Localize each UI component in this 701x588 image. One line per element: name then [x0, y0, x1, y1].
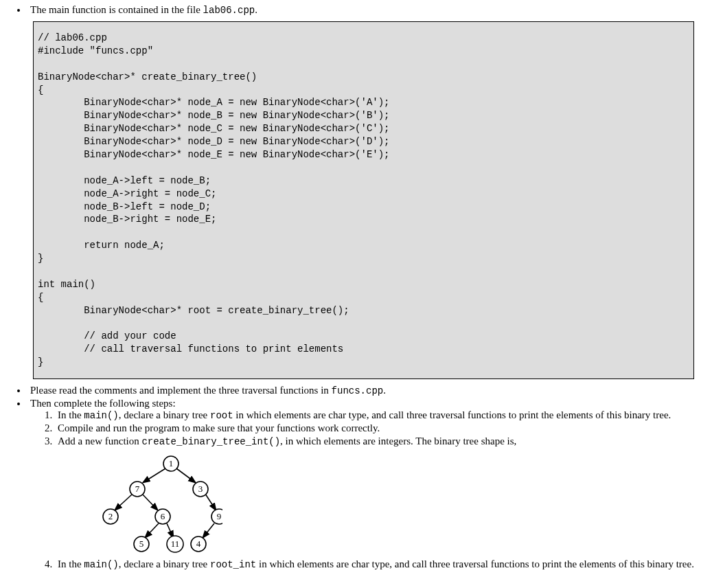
text: , declare a binary tree [119, 409, 210, 420]
step-1: In the main(), declare a binary tree roo… [55, 409, 694, 421]
step-2: Compile and run the program to make sure… [55, 422, 694, 434]
text: in which elements are char type, and cal… [233, 409, 671, 420]
text: Add a new function [58, 436, 141, 446]
text: The main function is contained in the fi… [30, 4, 203, 15]
bullet-implement-traversal: Please read the comments and implement t… [27, 385, 694, 396]
tree-node-7: 7 [135, 484, 140, 494]
bullet-main-function: The main function is contained in the fi… [27, 4, 694, 379]
text: In the [58, 409, 84, 420]
svg-line-1 [176, 468, 195, 482]
tree-node-4: 4 [196, 539, 201, 549]
svg-line-0 [143, 468, 165, 482]
text: , declare a binary tree [119, 558, 210, 569]
steps-list: In the main(), declare a binary tree roo… [30, 409, 694, 570]
inline-code: create_binary_tree_int() [141, 436, 280, 447]
step-3: Add a new function create_binary_tree_in… [55, 436, 694, 554]
svg-line-2 [115, 494, 133, 510]
svg-line-7 [203, 523, 214, 537]
inline-code: root_int [210, 559, 256, 570]
binary-tree-diagram: 1 7 3 2 6 9 5 11 [85, 451, 222, 554]
inline-code: lab06.cpp [203, 5, 255, 16]
step-4: In the main(), declare a binary tree roo… [55, 558, 694, 570]
tree-node-9: 9 [217, 511, 222, 521]
svg-line-6 [167, 523, 173, 537]
svg-line-5 [146, 523, 159, 537]
svg-line-4 [205, 494, 216, 510]
text: in which elements are char type, and cal… [256, 558, 694, 569]
text: Compile and run the program to make sure… [58, 422, 380, 433]
inline-code: main() [84, 559, 118, 570]
bullet-complete-steps: Then complete the following steps: In th… [27, 398, 694, 570]
text: . [383, 385, 386, 396]
outer-list: The main function is contained in the fi… [7, 4, 694, 570]
inline-code: funcs.cpp [332, 385, 384, 396]
code-block-lab06: // lab06.cpp #include "funcs.cpp" Binary… [33, 21, 694, 379]
text: Then complete the following steps: [30, 398, 176, 409]
text: In the [58, 558, 84, 569]
tree-node-3: 3 [198, 484, 203, 494]
svg-line-3 [142, 494, 157, 510]
text: Please read the comments and implement t… [30, 385, 332, 396]
tree-node-11: 11 [171, 539, 180, 549]
tree-node-1: 1 [169, 458, 174, 468]
text: . [255, 4, 257, 15]
tree-node-5: 5 [139, 539, 144, 549]
inline-code: root [210, 410, 233, 421]
text: , in which elements are integers. The bi… [280, 436, 516, 446]
inline-code: main() [84, 410, 118, 421]
tree-node-6: 6 [161, 511, 165, 521]
tree-node-2: 2 [108, 511, 113, 521]
